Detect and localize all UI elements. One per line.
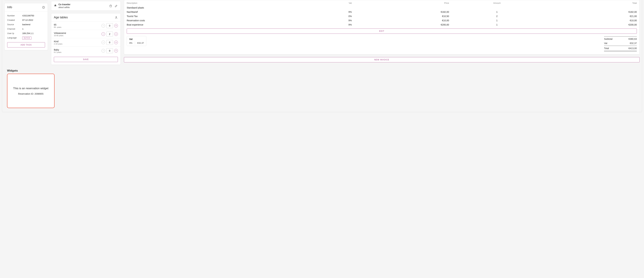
line-total: €21,00: [542, 14, 640, 18]
cotraveler-card: Co traveler afasd adfda: [51, 1, 121, 11]
widgets-heading: Widgets: [7, 69, 640, 72]
col-description: Description: [124, 0, 293, 6]
line-price: €10,50: [354, 14, 452, 18]
svg-rect-3: [110, 5, 112, 7]
subtotal-label: Subtotal: [604, 38, 612, 40]
info-source-label: Source: [7, 23, 22, 26]
line-amount: 1: [452, 18, 542, 22]
info-icon[interactable]: [42, 6, 45, 9]
reservation-widget-card: This is an reservation widget Reservatio…: [7, 74, 54, 108]
line-total: €200,00: [542, 22, 640, 27]
edit-button[interactable]: EDIT: [127, 28, 637, 34]
language-chip: DUTCH: [22, 36, 32, 40]
house-icon: [54, 4, 57, 8]
age-sub: 0-2 years: [54, 51, 102, 53]
minus-button: [102, 24, 105, 28]
add-tags-button[interactable]: ADD TAGS: [7, 42, 45, 48]
total-value: €413,00: [628, 47, 637, 50]
count-input[interactable]: [106, 48, 113, 53]
collapsed-card-stub: [4, 0, 48, 0]
minus-button[interactable]: [102, 32, 105, 36]
new-invoice-button[interactable]: NEW INVOICE: [124, 57, 640, 62]
vat-box-rate: 9%: [127, 42, 135, 44]
edit-icon[interactable]: [114, 4, 118, 8]
age-row: Volwassene15-65 years: [51, 30, 120, 38]
save-button[interactable]: SAVE: [54, 57, 118, 62]
line-price: €10,00: [354, 18, 452, 22]
line-desc: Nachttarief: [124, 10, 293, 14]
line-desc: Reservation costs: [124, 18, 293, 22]
age-row: Kind2-18 years: [51, 38, 120, 46]
info-channel-value: 1: [22, 28, 24, 30]
line-desc: Tourist Tax: [124, 14, 293, 18]
delete-icon[interactable]: [109, 4, 112, 8]
minus-button: [102, 40, 105, 44]
plus-button[interactable]: [114, 24, 118, 28]
info-number-value: #202190750: [22, 14, 34, 17]
line-vat: 9%: [293, 18, 354, 22]
line-price: €200,00: [354, 22, 452, 27]
vat-value: €32,37: [630, 42, 637, 44]
totals-box: Subtotal€380,63 Vat€32,37 Total€413,00: [604, 36, 637, 52]
age-name: Kind: [54, 40, 102, 43]
line-vat: 9%: [293, 22, 354, 27]
col-total: Total: [542, 0, 640, 6]
vat-box-amount: €32,37: [135, 42, 146, 44]
widget-line2: Reservation ID: 2098955: [18, 92, 44, 95]
invoice-group-label: Standaard plaats: [124, 6, 640, 10]
info-title: Info: [7, 6, 12, 9]
age-name: Baby: [54, 48, 102, 51]
info-number-label: Number: [7, 14, 22, 17]
line-amount: 2: [452, 14, 542, 18]
invoice-table: Description Vat Price Amount Total Stand…: [124, 0, 640, 27]
age-row: 6565- years: [51, 22, 120, 30]
person-icon[interactable]: [114, 16, 118, 19]
info-userip-value: 169.254.1.1: [22, 32, 34, 34]
count-input[interactable]: [106, 32, 113, 36]
info-source-value: backend: [22, 23, 30, 26]
info-language-label: Language: [7, 36, 22, 40]
line-amount: 1: [452, 22, 542, 27]
widget-line1: This is an reservation widget: [13, 86, 48, 90]
info-userip-label: User Ip: [7, 32, 22, 34]
invoice-line: Nachttarief9%€182,001€182,00: [124, 10, 640, 14]
age-sub: 2-18 years: [54, 43, 102, 45]
count-input[interactable]: [106, 40, 113, 45]
line-total: €10,00: [542, 18, 640, 22]
count-input[interactable]: [106, 23, 113, 28]
minus-button: [102, 49, 105, 52]
info-channel-label: Channel: [7, 28, 22, 30]
line-vat: 0%: [293, 14, 354, 18]
invoice-card: Description Vat Price Amount Total Stand…: [124, 0, 640, 54]
info-card: Info Number#202190750 Created07-12-2022 …: [4, 3, 48, 50]
col-price: Price: [354, 0, 452, 6]
invoice-line: Reservation costs9%€10,001€10,00: [124, 18, 640, 22]
svg-point-4: [116, 16, 116, 17]
cotraveler-subtitle: afasd adfda: [58, 6, 109, 8]
age-name: 65: [54, 24, 102, 26]
line-total: €182,00: [542, 10, 640, 14]
age-sub: 15-65 years: [54, 34, 102, 36]
invoice-line: Boat experience9%€200,001€200,00: [124, 22, 640, 27]
total-label: Total: [604, 47, 609, 50]
age-name: Volwassene: [54, 32, 102, 34]
info-created-value: 07-12-2022: [22, 19, 33, 21]
invoice-line: Tourist Tax0%€10,502€21,00: [124, 14, 640, 18]
age-sub: 65- years: [54, 26, 102, 28]
svg-point-2: [44, 7, 44, 7]
col-amount: Amount: [452, 0, 542, 6]
line-price: €182,00: [354, 10, 452, 14]
line-vat: 9%: [293, 10, 354, 14]
plus-button[interactable]: [114, 40, 118, 44]
age-row: Baby0-2 years: [51, 46, 120, 55]
subtotal-value: €380,63: [628, 38, 637, 40]
vat-box-title: Vat: [127, 38, 146, 42]
col-vat: Vat: [293, 0, 354, 6]
age-tables-title: Age tables: [54, 16, 68, 19]
plus-button[interactable]: [114, 49, 118, 52]
vat-summary-box: Vat 9% €32,37: [127, 36, 146, 46]
cotraveler-title: Co traveler: [58, 3, 109, 6]
age-tables-card: Age tables 6565- yearsVolwassene15-65 ye…: [51, 13, 121, 65]
plus-button[interactable]: [114, 32, 118, 36]
vat-label: Vat: [604, 42, 607, 44]
